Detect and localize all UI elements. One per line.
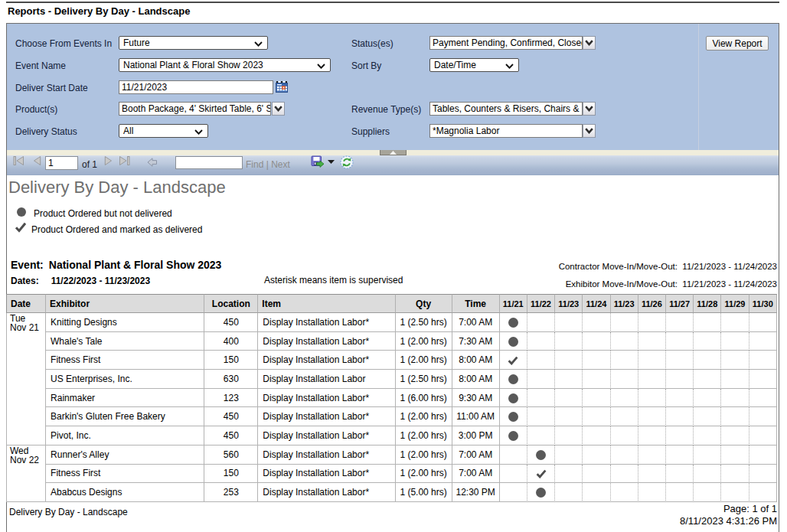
location-cell: 123 — [204, 389, 258, 408]
delivery-status-value: All — [123, 125, 133, 137]
date-cell-11-23 — [555, 370, 583, 389]
date-cell-11-26 — [638, 465, 666, 484]
date-cell-11-23 — [555, 483, 583, 502]
date-cell-11-23 — [555, 465, 583, 484]
suppliers-dropdown-button[interactable] — [583, 124, 596, 138]
date-cell-11-26 — [638, 370, 666, 389]
date-cell-11-22 — [527, 446, 555, 465]
deliver-start-date-input[interactable]: 11/21/2023 — [119, 80, 273, 94]
date-cell-11-28 — [694, 370, 721, 389]
sort-by-select[interactable]: Date/Time — [429, 58, 519, 72]
delivery-status-select[interactable]: All — [119, 124, 208, 138]
parameter-splitter — [7, 150, 779, 155]
date-cell-11-30 — [749, 465, 777, 484]
column-header-date-11-23: 11/23 — [555, 294, 583, 313]
date-cell-11-29 — [721, 407, 749, 426]
time-cell: 8:00 AM — [452, 370, 500, 389]
label-statuses: Status(es) — [351, 38, 394, 49]
exhibitor-cell: Runner's Alley — [46, 446, 204, 465]
date-cell-11-22 — [527, 351, 555, 370]
date-cell-11-26 — [638, 351, 666, 370]
first-page-icon[interactable] — [13, 156, 24, 165]
location-cell: 450 — [204, 426, 258, 446]
date-cell-11-24 — [583, 332, 610, 351]
date-cell-11-30 — [749, 483, 777, 502]
event-name-select[interactable]: National Plant & Floral Show 2023 — [119, 58, 331, 72]
date-cell-11-27 — [666, 351, 694, 370]
column-header-date-11-23: 11/23 — [611, 294, 638, 313]
date-cell-11-22 — [527, 407, 555, 426]
page-number-input[interactable] — [45, 156, 78, 170]
date-cell-11-23 — [555, 389, 583, 408]
chevron-down-icon — [505, 64, 514, 69]
date-cell-11-27 — [666, 465, 694, 484]
qty-cell: 1 (2.50 hrs) — [396, 313, 452, 332]
products-value: Booth Package, 4' Skirted Table, 6' Sk — [122, 103, 271, 115]
table-row: US Enterprises, Inc.630Display Installat… — [6, 370, 777, 389]
legend-check-icon — [15, 222, 27, 236]
dates-label: Dates: — [11, 276, 39, 286]
date-cell-11-24 — [583, 426, 610, 446]
qty-cell: 1 (2.00 hrs) — [396, 465, 452, 484]
revenue-types-value: Tables, Counters & Risers, Chairs & — [433, 103, 579, 115]
revenue-types-input[interactable]: Tables, Counters & Risers, Chairs & — [429, 102, 583, 116]
table-row: Rainmaker123Display Installation Labor*1… — [6, 389, 777, 408]
collapse-parameters-tab[interactable] — [380, 150, 407, 155]
choose-from-events-in-select[interactable]: Future — [119, 36, 268, 50]
date-cell-11-23 — [555, 332, 583, 351]
sort-by-value: Date/Time — [434, 59, 476, 71]
location-cell: 253 — [204, 483, 258, 502]
qty-cell: 1 (2.00 hrs) — [396, 351, 452, 370]
date-cell-11-23 — [611, 370, 638, 389]
date-cell-11-30 — [749, 351, 777, 370]
date-cell-11-27 — [666, 389, 694, 408]
label-delivery-status: Delivery Status — [15, 126, 77, 137]
date-cell-11-23 — [611, 389, 638, 408]
asterisk-note: Asterisk means item is supervised — [264, 275, 403, 286]
location-cell: 450 — [204, 313, 258, 332]
calendar-icon[interactable] — [276, 80, 288, 93]
revenue-types-dropdown-button[interactable] — [583, 102, 596, 116]
column-header-date: Date — [6, 294, 46, 313]
back-to-parent-icon[interactable] — [147, 158, 158, 167]
next-link[interactable]: Next — [271, 159, 290, 170]
time-cell: 9:30 AM — [452, 389, 500, 408]
column-header-date-11-29: 11/29 — [721, 294, 749, 313]
products-dropdown-button[interactable] — [272, 102, 285, 116]
refresh-icon[interactable] — [340, 155, 354, 169]
view-report-button[interactable]: View Report — [706, 36, 769, 51]
page-footer-label: Page: 1 of 1 — [723, 503, 777, 514]
statuses-input[interactable]: Payment Pending, Confirmed, Closed — [429, 36, 583, 50]
date-cell-11-24 — [583, 313, 610, 332]
dates-value: 11/22/2023 - 11/23/2023 — [51, 276, 150, 286]
parameters-panel: Choose From Events In Future Event Name … — [7, 24, 779, 150]
date-cell-11-30 — [749, 332, 777, 351]
time-cell: 12:30 PM — [452, 483, 500, 502]
date-cell-11-26 — [638, 332, 666, 351]
exhibitor-cell: Fitness First — [46, 351, 204, 370]
next-page-icon[interactable] — [104, 156, 112, 165]
item-cell: Display Installation Labor* — [258, 483, 395, 502]
exhibitor-cell: Ababcus Designs — [46, 483, 204, 502]
date-cell-11-23 — [555, 313, 583, 332]
table-row: Whale's Tale400Display Installation Labo… — [6, 332, 777, 351]
export-icon[interactable] — [311, 155, 325, 169]
location-cell: 400 — [204, 332, 258, 351]
find-text-input[interactable] — [175, 156, 243, 169]
products-input[interactable]: Booth Package, 4' Skirted Table, 6' Sk — [119, 102, 271, 116]
date-cell-11-29 — [721, 332, 749, 351]
find-link[interactable]: Find — [246, 159, 263, 170]
chevron-down-bold-icon — [585, 128, 593, 134]
statuses-dropdown-button[interactable] — [583, 36, 596, 50]
event-header: Event:National Plant & Floral Show 2023 — [11, 259, 221, 271]
date-cell-11-29 — [721, 465, 749, 484]
exhibitor-cell: Fitness First — [46, 465, 204, 484]
date-group-cell: TueNov 21 — [6, 313, 46, 446]
date-cell-11-24 — [583, 483, 610, 502]
previous-page-icon[interactable] — [34, 156, 41, 165]
export-caret-icon[interactable] — [328, 160, 335, 164]
item-cell: Display Installation Labor* — [258, 389, 395, 408]
suppliers-input[interactable]: *Magnolia Labor — [429, 124, 583, 138]
date-cell-11-23 — [555, 351, 583, 370]
last-page-icon[interactable] — [119, 156, 130, 165]
